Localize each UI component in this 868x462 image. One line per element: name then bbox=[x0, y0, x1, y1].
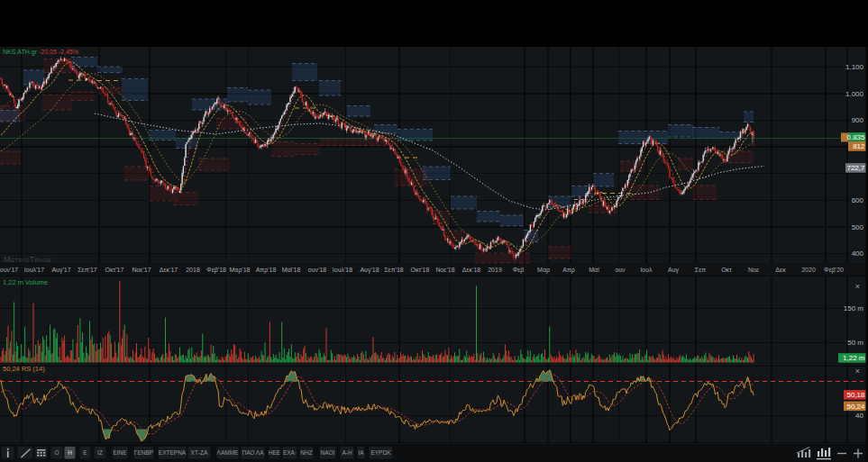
svg-text:Νοε'17: Νοε'17 bbox=[132, 267, 151, 273]
svg-text:Οκτ'17: Οκτ'17 bbox=[105, 267, 124, 273]
svg-text:ΝΗΖ: ΝΗΖ bbox=[300, 449, 312, 456]
svg-text:ΧΤ-ΖΑ: ΧΤ-ΖΑ bbox=[191, 449, 208, 456]
svg-text:Αυγ'18: Αυγ'18 bbox=[360, 267, 379, 274]
svg-text:Η: Η bbox=[68, 449, 72, 456]
svg-text:Αυγ: Αυγ bbox=[668, 267, 679, 274]
svg-text:Μαϊ'18: Μαϊ'18 bbox=[282, 267, 301, 273]
svg-text:Αυγ'17: Αυγ'17 bbox=[51, 267, 70, 274]
svg-text:ΕΧΑ·: ΕΧΑ· bbox=[283, 449, 297, 456]
svg-text:Ιουλ: Ιουλ bbox=[640, 267, 653, 273]
svg-text:ΠΑΟ ΛΑ: ΠΑΟ ΛΑ bbox=[242, 449, 264, 456]
svg-text:Δεκ'18: Δεκ'18 bbox=[462, 267, 481, 273]
svg-text:0.835: 0.835 bbox=[846, 133, 865, 141]
svg-text:ΗΕΕ: ΗΕΕ bbox=[269, 449, 281, 456]
svg-text:722,7: 722,7 bbox=[846, 164, 865, 172]
svg-text:1,22 m: 1,22 m bbox=[843, 354, 865, 362]
svg-text:1,22 m Volume: 1,22 m Volume bbox=[3, 278, 48, 286]
svg-text:2018: 2018 bbox=[186, 267, 200, 273]
svg-text:ΕΥΡΩΚ: ΕΥΡΩΚ bbox=[370, 449, 391, 456]
svg-text:ΕΧΤΕΡΝΑ: ΕΧΤΕΡΝΑ bbox=[159, 449, 187, 456]
svg-text:1.100: 1.100 bbox=[845, 63, 864, 71]
svg-text:Ιουλ'18: Ιουλ'18 bbox=[333, 267, 352, 273]
svg-text:Δεκ'17: Δεκ'17 bbox=[160, 267, 178, 273]
svg-text:50,24 RS (14): 50,24 RS (14) bbox=[3, 365, 45, 373]
svg-text:812: 812 bbox=[853, 142, 865, 150]
svg-text:×: × bbox=[855, 282, 860, 291]
svg-text:Σεπ: Σεπ bbox=[695, 267, 706, 273]
svg-text:40: 40 bbox=[855, 412, 863, 420]
svg-text:Μαρ: Μαρ bbox=[537, 267, 550, 274]
svg-text:ΙΖ: ΙΖ bbox=[97, 449, 103, 456]
svg-text:Μαρ'18: Μαρ'18 bbox=[230, 267, 251, 274]
svg-text:Νοε'18: Νοε'18 bbox=[435, 267, 454, 273]
svg-text:2019: 2019 bbox=[488, 267, 502, 273]
svg-text:Ο: Ο bbox=[54, 449, 59, 456]
svg-text:Α-Η: Α-Η bbox=[342, 449, 352, 456]
svg-text:ΕΙΝΕ: ΕΙΝΕ bbox=[113, 449, 127, 456]
svg-text:-20,05 -2,45%: -20,05 -2,45% bbox=[39, 49, 78, 55]
svg-text:ουν'17: ουν'17 bbox=[0, 267, 18, 273]
svg-text:Φεβ'20: Φεβ'20 bbox=[824, 267, 844, 274]
svg-text:Ιουλ'17: Ιουλ'17 bbox=[24, 267, 44, 273]
svg-text:Οκτ'18: Οκτ'18 bbox=[411, 267, 430, 273]
svg-text:Σεπ'18: Σεπ'18 bbox=[384, 267, 404, 273]
svg-text:Οκτ: Οκτ bbox=[721, 267, 732, 273]
svg-text:NKS.ATH.gr: NKS.ATH.gr bbox=[3, 49, 38, 56]
svg-text:ΙΑ: ΙΑ bbox=[358, 449, 364, 456]
svg-text:ΓΕΝΒΡ: ΓΕΝΒΡ bbox=[134, 449, 153, 456]
svg-text:MetrioTrade: MetrioTrade bbox=[4, 255, 52, 264]
svg-text:Δεκ: Δεκ bbox=[775, 267, 786, 273]
svg-text:ΝΑΟΙ: ΝΑΟΙ bbox=[321, 449, 335, 456]
svg-text:150 m: 150 m bbox=[844, 304, 864, 313]
svg-text:Νοε: Νοε bbox=[748, 267, 759, 273]
svg-text:400: 400 bbox=[852, 249, 864, 258]
svg-text:ουν: ουν bbox=[615, 267, 626, 273]
svg-text:1.000: 1.000 bbox=[845, 90, 864, 98]
svg-text:Φεβ: Φεβ bbox=[513, 267, 525, 274]
svg-text:×: × bbox=[855, 367, 860, 376]
svg-text:Φεβ'18: Φεβ'18 bbox=[206, 267, 226, 274]
svg-text:50 m: 50 m bbox=[847, 339, 863, 347]
svg-text:Μαϊ: Μαϊ bbox=[589, 267, 599, 273]
svg-text:50,24: 50,24 bbox=[846, 403, 865, 411]
svg-text:Απρ: Απρ bbox=[562, 267, 574, 274]
svg-text:2020: 2020 bbox=[801, 267, 816, 273]
svg-text:50,18: 50,18 bbox=[846, 391, 865, 399]
svg-text:600: 600 bbox=[852, 196, 864, 204]
svg-text:500: 500 bbox=[852, 223, 864, 231]
svg-text:ουν'18: ουν'18 bbox=[308, 267, 326, 273]
svg-text:Απρ'18: Απρ'18 bbox=[256, 267, 277, 274]
svg-text:Σεπ'17: Σεπ'17 bbox=[78, 267, 97, 273]
svg-text:ΛΑΜΜΕ: ΛΑΜΜΕ bbox=[217, 449, 240, 456]
svg-text:900: 900 bbox=[852, 116, 864, 124]
svg-text:Ε: Ε bbox=[83, 449, 87, 456]
